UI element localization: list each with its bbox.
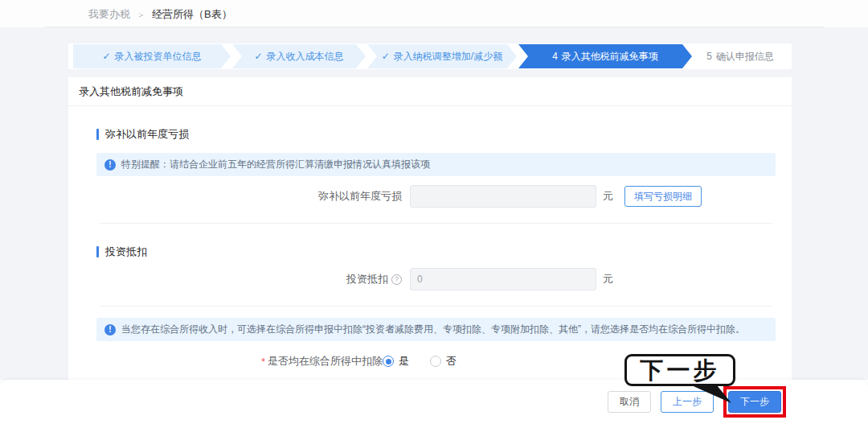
step-5-confirm[interactable]: 5 确认申报信息 (694, 44, 787, 68)
section-divider (100, 223, 772, 224)
breadcrumb-root[interactable]: 我要办税 (88, 7, 130, 22)
radio-option-no[interactable]: 否 (430, 354, 457, 368)
callout-text: 下一步 (641, 359, 720, 382)
field-row-investment-deduction: 投资抵扣 ? 元 (96, 267, 776, 291)
notice-banner-loss: ! 特别提醒：请结合企业前五年的经营所得汇算清缴申报情况认真填报该项 (96, 153, 776, 176)
check-icon: ✓ (254, 51, 262, 62)
notice-text: 当您存在综合所得收入时，可选择在综合所得申报中扣除“投资者减除费用、专项扣除、专… (121, 323, 745, 336)
next-step-button[interactable]: 下一步 (728, 391, 781, 413)
section-title-investment-deduction: 投资抵扣 (96, 245, 776, 259)
callout-tail-pointer (685, 384, 735, 405)
step-2-income-cost[interactable]: ✓ 录入收入成本信息 (232, 44, 366, 68)
step-label: 录入收入成本信息 (267, 50, 344, 64)
top-bar: 我要办税 ＞ 经营所得（B表） (0, 0, 868, 27)
loss-carryover-input[interactable] (410, 185, 596, 208)
unit-label: 元 (603, 189, 613, 204)
radio-unselected-icon[interactable] (430, 356, 441, 367)
step-label: 确认申报信息 (716, 50, 774, 64)
unit-label: 元 (603, 272, 613, 286)
radio-selected-icon[interactable] (383, 356, 394, 367)
panel-title: 录入其他税前减免事项 (68, 77, 792, 106)
footer-bar: 取消 上一步 下一步 (0, 380, 868, 424)
check-icon: ✓ (382, 51, 390, 62)
radio-option-yes[interactable]: 是 (383, 354, 409, 368)
field-label: 弥补以前年度亏损 (96, 189, 410, 204)
content-area: ✓ 录入被投资单位信息 ✓ 录入收入成本信息 ✓ 录入纳税调整增加/减少额 4 … (0, 27, 868, 380)
check-icon: ✓ (102, 51, 110, 62)
step-number: 5 (706, 51, 712, 62)
step-label: 录入其他税前减免事项 (562, 50, 658, 64)
investment-deduction-input[interactable] (410, 268, 596, 290)
field-label: 投资抵扣 ? (96, 272, 410, 286)
notice-banner-comprehensive-income: ! 当您存在综合所得收入时，可选择在综合所得申报中扣除“投资者减除费用、专项扣除… (96, 318, 776, 341)
step-1-investee-info[interactable]: ✓ 录入被投资单位信息 (73, 44, 231, 68)
help-icon[interactable]: ? (391, 274, 402, 285)
step-wizard: ✓ 录入被投资单位信息 ✓ 录入收入成本信息 ✓ 录入纳税调整增加/减少额 4 … (68, 43, 792, 69)
fill-loss-detail-button[interactable]: 填写亏损明细 (624, 186, 702, 207)
radio-group-label: 是否均在综合所得中扣除 (268, 354, 383, 368)
step-4-pretax-deductions[interactable]: 4 录入其他税前减免事项 (518, 44, 692, 68)
notice-text: 特别提醒：请结合企业前五年的经营所得汇算清缴申报情况认真填报该项 (121, 158, 430, 171)
section-accent-bar (96, 129, 99, 140)
info-icon: ! (104, 159, 116, 171)
cancel-button[interactable]: 取消 (608, 391, 651, 413)
breadcrumb: 我要办税 ＞ 经营所得（B表） (88, 7, 232, 22)
step-label: 录入被投资单位信息 (115, 50, 202, 64)
section-divider (100, 306, 772, 307)
breadcrumb-current: 经营所得（B表） (152, 7, 232, 22)
field-row-loss-carryover: 弥补以前年度亏损 元 填写亏损明细 (96, 184, 776, 208)
section-title-loss-carryover: 弥补以前年度亏损 (96, 127, 776, 142)
next-step-callout: 下一步 (624, 354, 735, 386)
main-panel: 录入其他税前减免事项 弥补以前年度亏损 ! 特别提醒：请结合企业前五年的经营所得… (68, 77, 792, 380)
step-number: 4 (552, 51, 558, 62)
section-accent-bar (96, 246, 99, 257)
info-icon: ! (104, 324, 116, 335)
required-mark: * (261, 356, 265, 368)
step-label: 录入纳税调整增加/减少额 (394, 50, 502, 64)
step-3-tax-adjustment[interactable]: ✓ 录入纳税调整增加/减少额 (367, 44, 517, 68)
breadcrumb-separator-icon: ＞ (137, 9, 145, 21)
